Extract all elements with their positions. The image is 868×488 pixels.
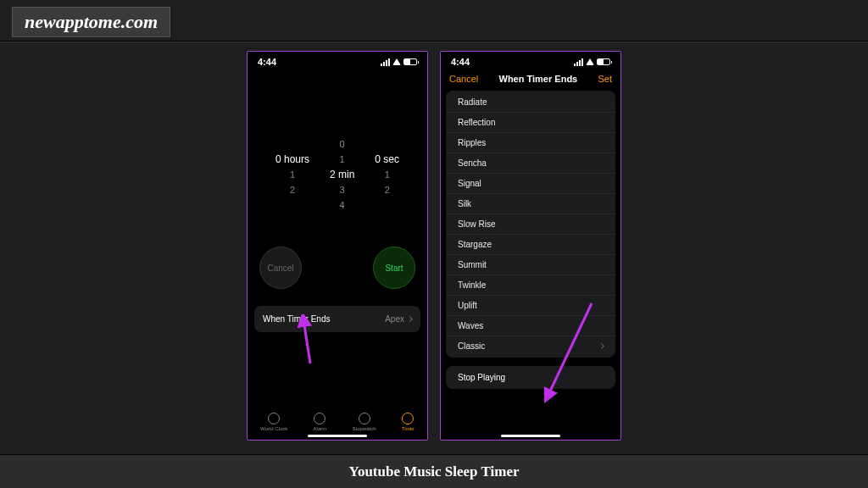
modal-title: When Timer Ends bbox=[499, 74, 578, 84]
sound-item[interactable]: Stargaze bbox=[446, 235, 615, 255]
cancel-button[interactable]: Cancel bbox=[449, 74, 478, 84]
picker-sec[interactable]: 0 sec 1 2 bbox=[375, 136, 399, 213]
battery-icon bbox=[597, 58, 610, 65]
timer-ends-value: Apex bbox=[385, 314, 412, 324]
wifi-icon bbox=[392, 58, 401, 65]
button-row: Cancel Start bbox=[248, 213, 427, 289]
time-picker[interactable]: 0 hours 1 2 0 1 2 min 3 4 0 sec 1 2 bbox=[248, 136, 427, 213]
signal-icon bbox=[574, 58, 583, 66]
set-button[interactable]: Set bbox=[598, 74, 612, 84]
status-icons bbox=[381, 58, 417, 66]
annotation-arrow-icon bbox=[295, 314, 329, 365]
home-indicator[interactable] bbox=[501, 435, 560, 437]
signal-icon bbox=[381, 58, 390, 66]
svg-line-1 bbox=[548, 303, 592, 396]
status-icons bbox=[574, 58, 610, 66]
status-bar: 4:44 bbox=[441, 52, 620, 69]
sound-item[interactable]: Slow Rise bbox=[446, 214, 615, 235]
cancel-button[interactable]: Cancel bbox=[259, 247, 302, 289]
picker-hours[interactable]: 0 hours 1 2 bbox=[275, 136, 309, 213]
timer-icon bbox=[402, 413, 414, 424]
chevron-right-icon bbox=[407, 316, 413, 322]
chevron-right-icon bbox=[598, 343, 604, 349]
divider bbox=[0, 41, 868, 42]
sound-item[interactable]: Summit bbox=[446, 255, 615, 275]
svg-line-0 bbox=[303, 319, 310, 363]
modal-header: Cancel When Timer Ends Set bbox=[441, 69, 620, 89]
status-time: 4:44 bbox=[451, 57, 470, 67]
sound-item[interactable]: Signal bbox=[446, 174, 615, 194]
wifi-icon bbox=[586, 58, 594, 65]
watermark-badge: newapptome.com bbox=[12, 7, 170, 37]
tab-bar: World Clock Alarm Stopwatch Timer bbox=[248, 413, 427, 431]
stopwatch-icon bbox=[359, 413, 370, 424]
sound-item[interactable]: Twinkle bbox=[446, 275, 615, 296]
caption-bar: Youtube Music Sleep Timer bbox=[0, 454, 868, 488]
sound-item[interactable]: Silk bbox=[446, 194, 615, 214]
sound-item[interactable]: Ripples bbox=[446, 133, 615, 153]
sound-item[interactable]: Reflection bbox=[446, 113, 615, 133]
start-button[interactable]: Start bbox=[373, 247, 415, 289]
tab-timer[interactable]: Timer bbox=[402, 413, 415, 431]
globe-icon bbox=[268, 413, 280, 424]
when-timer-ends-row[interactable]: When Timer Ends Apex bbox=[254, 306, 420, 332]
sound-item[interactable]: Radiate bbox=[446, 92, 615, 113]
phone-screenshots: 4:44 0 hours 1 2 0 1 2 min 3 4 bbox=[247, 51, 621, 441]
phone-sound-picker: 4:44 Cancel When Timer Ends Set Radiate … bbox=[440, 51, 621, 441]
status-bar: 4:44 bbox=[248, 52, 427, 69]
status-time: 4:44 bbox=[258, 57, 276, 67]
picker-min[interactable]: 0 1 2 min 3 4 bbox=[330, 136, 354, 213]
alarm-icon bbox=[314, 413, 326, 424]
home-indicator[interactable] bbox=[308, 435, 367, 437]
tab-stopwatch[interactable]: Stopwatch bbox=[352, 413, 376, 431]
caption-text: Youtube Music Sleep Timer bbox=[348, 463, 519, 480]
phone-timer: 4:44 0 hours 1 2 0 1 2 min 3 4 bbox=[247, 51, 428, 441]
battery-icon bbox=[403, 58, 417, 65]
sound-item[interactable]: Sencha bbox=[446, 153, 615, 174]
annotation-arrow-icon bbox=[542, 302, 593, 403]
tab-alarm[interactable]: Alarm bbox=[314, 413, 327, 431]
tab-world-clock[interactable]: World Clock bbox=[260, 413, 287, 431]
